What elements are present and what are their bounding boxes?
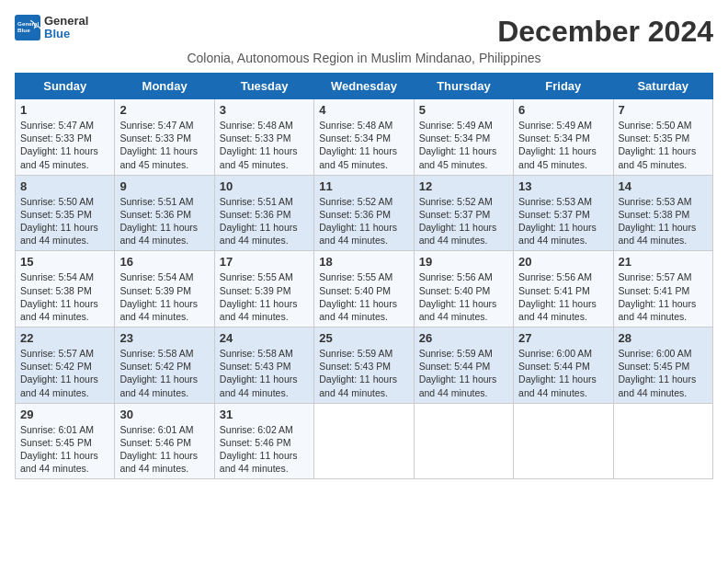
day-number: 4: [319, 103, 408, 117]
day-info: Sunset: 5:39 PM: [119, 284, 209, 297]
svg-text:General: General: [17, 20, 39, 27]
day-number: 20: [518, 255, 608, 269]
day-info: Sunrise: 5:52 AM: [419, 195, 508, 208]
day-info: Daylight: 11 hours: [518, 373, 608, 385]
day-info: and 44 minutes.: [518, 234, 608, 247]
day-info: Sunset: 5:39 PM: [220, 284, 309, 297]
day-info: Sunrise: 5:58 AM: [220, 347, 309, 360]
logo: General Blue General Blue: [15, 15, 88, 41]
calendar-day-header: Sunday: [16, 74, 115, 99]
day-info: Sunset: 5:42 PM: [119, 360, 209, 373]
day-info: Sunset: 5:35 PM: [20, 208, 109, 221]
day-info: Daylight: 11 hours: [119, 297, 209, 310]
day-info: Sunset: 5:46 PM: [119, 436, 209, 449]
calendar-cell: 19Sunrise: 5:56 AMSunset: 5:40 PMDayligh…: [414, 251, 513, 327]
day-info: Sunrise: 5:57 AM: [619, 270, 708, 283]
day-info: Daylight: 11 hours: [119, 449, 209, 462]
day-number: 8: [20, 179, 109, 193]
day-info: and 44 minutes.: [619, 386, 708, 399]
day-number: 13: [518, 179, 608, 193]
day-info: and 44 minutes.: [119, 386, 209, 399]
day-info: and 44 minutes.: [419, 234, 508, 247]
day-number: 9: [119, 179, 209, 193]
day-info: and 45 minutes.: [619, 158, 708, 171]
day-info: Sunset: 5:37 PM: [518, 208, 608, 221]
day-info: Daylight: 11 hours: [220, 221, 309, 234]
day-info: Sunset: 5:34 PM: [319, 132, 408, 144]
day-info: Sunrise: 5:47 AM: [119, 119, 209, 132]
day-info: Sunrise: 5:59 AM: [319, 347, 408, 360]
day-info: and 45 minutes.: [319, 158, 408, 171]
day-number: 30: [119, 408, 209, 421]
day-info: Sunset: 5:36 PM: [220, 208, 309, 221]
day-info: Sunset: 5:41 PM: [518, 284, 608, 297]
calendar-cell: [514, 403, 613, 479]
day-info: Sunrise: 5:50 AM: [20, 195, 109, 208]
day-number: 18: [319, 255, 408, 269]
calendar-cell: 27Sunrise: 6:00 AMSunset: 5:44 PMDayligh…: [514, 327, 613, 404]
day-info: Daylight: 11 hours: [518, 144, 608, 157]
day-number: 27: [518, 331, 608, 345]
day-info: and 44 minutes.: [319, 386, 408, 399]
calendar-cell: [613, 403, 712, 479]
day-info: Sunrise: 5:52 AM: [319, 195, 408, 208]
calendar-cell: 20Sunrise: 5:56 AMSunset: 5:41 PMDayligh…: [514, 251, 613, 327]
calendar-cell: 23Sunrise: 5:58 AMSunset: 5:42 PMDayligh…: [115, 327, 214, 404]
calendar-cell: 17Sunrise: 5:55 AMSunset: 5:39 PMDayligh…: [214, 251, 313, 327]
calendar-cell: 22Sunrise: 5:57 AMSunset: 5:42 PMDayligh…: [16, 327, 115, 404]
subtitle: Colonia, Autonomous Region in Muslim Min…: [15, 51, 713, 65]
day-info: Daylight: 11 hours: [119, 144, 209, 157]
day-info: and 45 minutes.: [119, 158, 209, 171]
day-number: 11: [319, 179, 408, 193]
day-info: and 45 minutes.: [20, 158, 109, 171]
day-info: and 44 minutes.: [20, 462, 109, 475]
day-number: 17: [220, 255, 309, 269]
day-info: Sunrise: 5:53 AM: [619, 195, 708, 208]
day-info: Daylight: 11 hours: [619, 144, 708, 157]
day-info: and 44 minutes.: [518, 386, 608, 399]
day-info: Sunrise: 5:50 AM: [619, 119, 708, 132]
day-number: 6: [518, 103, 608, 117]
day-info: Sunrise: 5:47 AM: [20, 119, 109, 132]
day-number: 28: [619, 331, 708, 345]
day-info: Sunrise: 5:58 AM: [119, 347, 209, 360]
calendar-week-row: 1Sunrise: 5:47 AMSunset: 5:33 PMDaylight…: [16, 99, 713, 176]
day-info: Daylight: 11 hours: [220, 449, 309, 462]
day-info: Daylight: 11 hours: [119, 221, 209, 234]
calendar-cell: 9Sunrise: 5:51 AMSunset: 5:36 PMDaylight…: [115, 175, 214, 251]
day-info: Sunset: 5:36 PM: [119, 208, 209, 221]
calendar-cell: 28Sunrise: 6:00 AMSunset: 5:45 PMDayligh…: [613, 327, 712, 404]
calendar-cell: 15Sunrise: 5:54 AMSunset: 5:38 PMDayligh…: [16, 251, 115, 327]
day-number: 26: [419, 331, 508, 345]
day-info: Sunrise: 5:48 AM: [319, 119, 408, 132]
day-info: and 44 minutes.: [319, 234, 408, 247]
calendar-cell: 3Sunrise: 5:48 AMSunset: 5:33 PMDaylight…: [214, 99, 313, 176]
calendar-cell: 8Sunrise: 5:50 AMSunset: 5:35 PMDaylight…: [16, 175, 115, 251]
day-info: Sunset: 5:33 PM: [119, 132, 209, 144]
day-info: Sunset: 5:38 PM: [20, 284, 109, 297]
day-number: 16: [119, 255, 209, 269]
calendar-cell: 30Sunrise: 6:01 AMSunset: 5:46 PMDayligh…: [115, 403, 214, 479]
day-info: Sunrise: 6:00 AM: [619, 347, 708, 360]
day-info: Sunset: 5:45 PM: [619, 360, 708, 373]
calendar-cell: 12Sunrise: 5:52 AMSunset: 5:37 PMDayligh…: [414, 175, 513, 251]
calendar-cell: 4Sunrise: 5:48 AMSunset: 5:34 PMDaylight…: [314, 99, 414, 176]
day-info: Sunset: 5:44 PM: [419, 360, 508, 373]
day-info: Sunrise: 6:01 AM: [119, 423, 209, 436]
calendar-week-row: 29Sunrise: 6:01 AMSunset: 5:45 PMDayligh…: [16, 403, 713, 479]
day-info: and 45 minutes.: [518, 158, 608, 171]
day-info: Sunrise: 5:55 AM: [220, 270, 309, 283]
calendar-header-row: SundayMondayTuesdayWednesdayThursdayFrid…: [16, 74, 713, 99]
calendar-day-header: Wednesday: [314, 74, 414, 99]
calendar-cell: 7Sunrise: 5:50 AMSunset: 5:35 PMDaylight…: [613, 99, 712, 176]
day-info: Daylight: 11 hours: [518, 297, 608, 310]
calendar-cell: [414, 403, 513, 479]
day-info: Sunrise: 5:53 AM: [518, 195, 608, 208]
day-info: Sunset: 5:43 PM: [319, 360, 408, 373]
day-info: Sunset: 5:36 PM: [319, 208, 408, 221]
day-info: and 44 minutes.: [518, 310, 608, 323]
day-info: Daylight: 11 hours: [319, 373, 408, 385]
day-number: 24: [220, 331, 309, 345]
day-info: and 44 minutes.: [20, 234, 109, 247]
day-info: Sunrise: 5:55 AM: [319, 270, 408, 283]
